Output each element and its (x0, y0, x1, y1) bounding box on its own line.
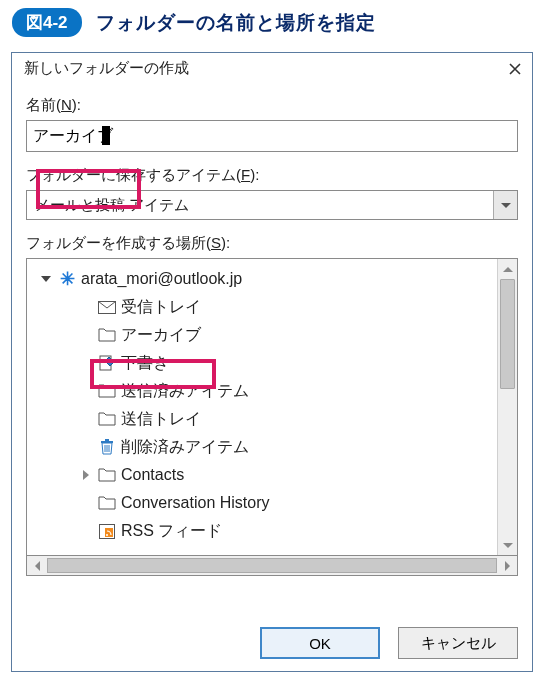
chevron-right-icon (505, 561, 510, 571)
cancel-button[interactable]: キャンセル (398, 627, 518, 659)
expander-open-icon[interactable] (39, 276, 53, 282)
vertical-scrollbar[interactable] (497, 259, 517, 555)
folder-icon (98, 495, 116, 511)
draft-icon (98, 355, 116, 371)
tree-item-label: Contacts (121, 466, 184, 484)
mail-icon (98, 299, 116, 315)
chevron-left-icon (35, 561, 40, 571)
folder-icon (98, 467, 116, 483)
folder-tree[interactable]: ✳arata_mori@outlook.jp受信トレイアーカイブ下書き送信済みア… (26, 258, 518, 556)
tree-item-label: 送信トレイ (121, 409, 201, 430)
dropdown-button[interactable] (493, 191, 517, 219)
tree-item-label: 受信トレイ (121, 297, 201, 318)
folder-icon (98, 327, 116, 343)
ok-button[interactable]: OK (260, 627, 380, 659)
tree-item[interactable]: 下書き (31, 349, 493, 377)
tree-item-label: アーカイブ (121, 325, 201, 346)
chevron-down-icon (503, 543, 513, 548)
tree-account[interactable]: ✳arata_mori@outlook.jp (31, 265, 493, 293)
scroll-up-button[interactable] (498, 259, 517, 279)
tree-item-label: RSS フィード (121, 521, 222, 542)
dialog-titlebar: 新しいフォルダーの作成 (12, 53, 532, 84)
tree-item[interactable]: 送信トレイ (31, 405, 493, 433)
tree-item[interactable]: 削除済みアイテム (31, 433, 493, 461)
svg-rect-2 (101, 441, 113, 443)
location-label: フォルダーを作成する場所(S): (26, 234, 518, 253)
svg-rect-3 (105, 439, 109, 441)
scroll-thumb[interactable] (47, 558, 497, 573)
tree-item[interactable]: 受信トレイ (31, 293, 493, 321)
tree-item[interactable]: アーカイブ (31, 321, 493, 349)
dialog-buttons: OK キャンセル (12, 611, 532, 671)
tree-account-label: arata_mori@outlook.jp (81, 270, 242, 288)
folder-name-input[interactable] (26, 120, 518, 152)
svg-rect-8 (105, 528, 113, 537)
trash-icon (98, 439, 116, 455)
tree-item-label: 下書き (121, 353, 169, 374)
scroll-right-button[interactable] (497, 556, 517, 575)
figure-title: フォルダーの名前と場所を指定 (96, 10, 376, 36)
scroll-track[interactable] (498, 279, 517, 535)
tree-item[interactable]: Contacts (31, 461, 493, 489)
rss-icon (98, 523, 116, 539)
figure-caption: 図4-2 フォルダーの名前と場所を指定 (0, 0, 544, 47)
name-label: 名前(N): (26, 96, 518, 115)
tree-item[interactable]: Conversation History (31, 489, 493, 517)
folder-icon (98, 411, 116, 427)
scroll-thumb[interactable] (500, 279, 515, 389)
contains-select[interactable]: メールと投稿 アイテム (26, 190, 518, 220)
folder-icon (98, 383, 116, 399)
contains-value: メールと投稿 アイテム (27, 191, 493, 219)
tree-item-label: 削除済みアイテム (121, 437, 249, 458)
tree-item-label: Conversation History (121, 494, 270, 512)
figure-badge: 図4-2 (12, 8, 82, 37)
tree-item-label: 送信済みアイテム (121, 381, 249, 402)
scroll-down-button[interactable] (498, 535, 517, 555)
svg-point-9 (106, 534, 108, 536)
horizontal-scrollbar[interactable] (26, 556, 518, 576)
scroll-track[interactable] (47, 556, 497, 575)
dialog-title: 新しいフォルダーの作成 (24, 59, 189, 78)
tree-item[interactable]: 送信済みアイテム (31, 377, 493, 405)
account-icon: ✳ (58, 271, 76, 287)
scroll-left-button[interactable] (27, 556, 47, 575)
contains-label: フォルダーに保存するアイテム(F): (26, 166, 518, 185)
tree-item[interactable]: RSS フィード (31, 517, 493, 545)
chevron-up-icon (503, 267, 513, 272)
expander-closed-icon[interactable] (79, 470, 93, 480)
chevron-down-icon (501, 203, 511, 208)
close-icon[interactable] (506, 60, 524, 78)
create-folder-dialog: 新しいフォルダーの作成 名前(N): フォルダーに保存するアイテム(F): メー… (11, 52, 533, 672)
